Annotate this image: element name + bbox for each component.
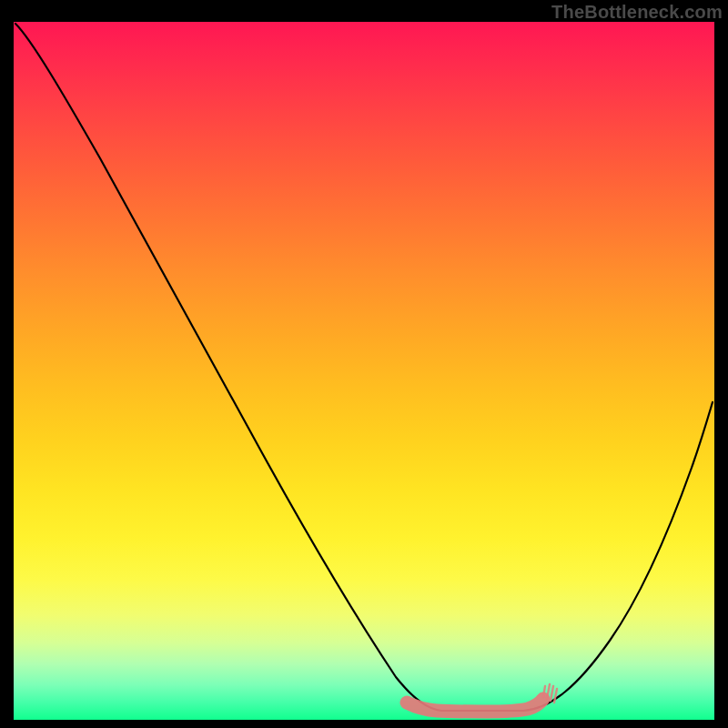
valley-highlight: [407, 699, 543, 712]
chart-svg: [14, 22, 714, 720]
chart-frame: TheBottleneck.com: [0, 0, 728, 728]
watermark-text: TheBottleneck.com: [551, 2, 723, 23]
main-curve: [15, 24, 713, 711]
plot-area: [14, 22, 714, 720]
